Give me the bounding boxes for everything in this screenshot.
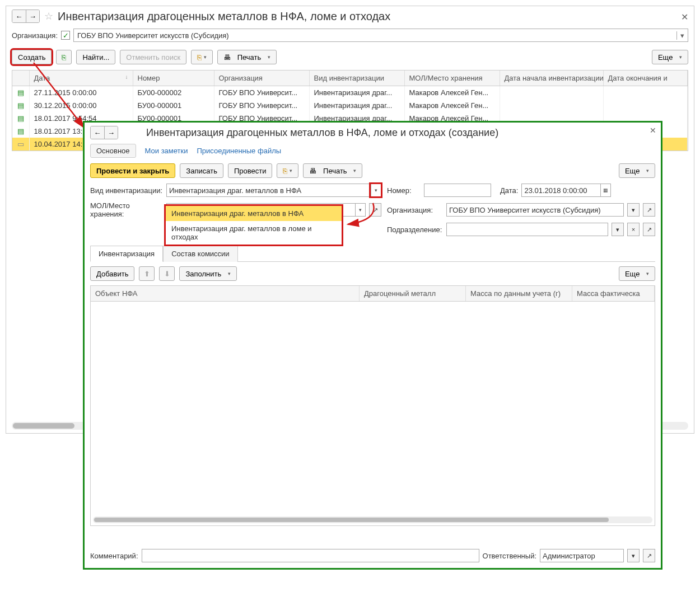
type-label: Вид инвентаризации: [90, 186, 163, 195]
grid-h-scrollbar[interactable] [93, 516, 652, 523]
mol-label: МОЛ/Место хранения: [90, 201, 163, 218]
number-label: Номер: [387, 186, 421, 195]
inner-forward-button[interactable]: → [104, 126, 118, 139]
close-icon[interactable]: ✕ [681, 12, 688, 22]
move-up-button: ⬆ [139, 266, 155, 281]
table-row[interactable]: ▤27.11.2015 0:00:00БУ00-000002ГОБУ ВПО У… [12, 86, 688, 100]
forward-button[interactable]: → [26, 10, 39, 22]
create-button[interactable]: Создать [12, 50, 52, 64]
col-mol[interactable]: МОЛ/Место хранения [404, 71, 500, 86]
responsible-input[interactable]: Администратор [540, 549, 624, 562]
table-row[interactable]: ▤30.12.2015 0:00:00БУ00-000001ГОБУ ВПО У… [12, 99, 688, 112]
tab-commission[interactable]: Состав комиссии [163, 246, 237, 262]
subtab-files[interactable]: Присоединенные файлы [197, 147, 282, 155]
inner-title: Инвентаризация драгоценных металлов в НФ… [146, 127, 498, 139]
col-start[interactable]: Дата начала инвентаризации [500, 71, 603, 86]
col-object[interactable]: Объект НФА [91, 286, 360, 301]
dept-dropdown-button[interactable]: ▾ [612, 223, 624, 236]
tab-inventory[interactable]: Инвентаризация [90, 246, 163, 262]
row-status-icon: ▤ [12, 112, 29, 125]
number-input[interactable] [424, 184, 491, 197]
inner-nav: ← → [90, 126, 118, 139]
add-row-button[interactable]: Добавить [90, 266, 134, 281]
row-status-icon: ▭ [12, 138, 29, 151]
more-button[interactable]: Еще ▾ [652, 50, 688, 64]
org-filter-select[interactable]: ГОБУ ВПО Университет искусств (Субсидия)… [73, 29, 688, 42]
find-button[interactable]: Найти... [76, 50, 115, 64]
col-type[interactable]: Вид инвентаризации [309, 71, 404, 86]
dept-clear-button[interactable]: × [627, 223, 640, 236]
move-down-button: ⬇ [159, 266, 175, 281]
date-label: Дата: [500, 186, 518, 195]
comment-input[interactable] [142, 549, 479, 562]
col-number[interactable]: Номер [133, 71, 214, 86]
col-mass-fact[interactable]: Масса фактическа [572, 286, 655, 301]
type-input[interactable]: Инвентаризация драг. металлов в НФА ▾ [166, 184, 381, 197]
chevron-down-icon: ▾ [676, 31, 684, 40]
col-date[interactable]: Дата↓ [29, 71, 133, 86]
mol-open-button[interactable]: ↗ [369, 203, 381, 217]
copy-button[interactable]: ⎘ [56, 50, 72, 64]
save-button[interactable]: Записать [180, 163, 223, 178]
inner-action-dropdown[interactable]: ⎘▾ [277, 163, 298, 178]
fill-button[interactable]: Заполнить ▾ [179, 266, 236, 281]
type-dropdown-button[interactable]: ▾ [371, 184, 381, 196]
org-dropdown-button[interactable]: ▾ [627, 203, 640, 217]
row-status-icon: ▤ [12, 125, 29, 138]
col-metal[interactable]: Драгоценный металл [360, 286, 466, 301]
action-icon: ⎘ [197, 53, 202, 62]
calendar-icon[interactable]: ▦ [600, 184, 610, 196]
org-label: Организация: [387, 206, 443, 214]
type-value: Инвентаризация драг. металлов в НФА [169, 186, 371, 195]
inner-close-icon[interactable]: ✕ [650, 126, 656, 135]
dept-label: Подразделение: [387, 225, 443, 234]
subtab-notes[interactable]: Мои заметки [145, 147, 188, 155]
inner-print-button[interactable]: 🖶 Печать ▾ [303, 163, 362, 178]
action-dropdown-button[interactable]: ⎘▾ [191, 50, 213, 64]
mol-dropdown-button[interactable]: ▾ [355, 204, 365, 216]
org-filter-label: Организация: [12, 31, 58, 40]
star-icon[interactable]: ☆ [44, 10, 53, 22]
inner-more-button[interactable]: Еще ▾ [619, 163, 655, 178]
responsible-label: Ответственный: [483, 552, 536, 560]
action-icon: ⎘ [283, 167, 287, 175]
print-button[interactable]: 🖶 Печать ▾ [217, 50, 277, 64]
date-input[interactable]: 23.01.2018 0:00:00 ▦ [521, 184, 611, 197]
resp-dropdown-button[interactable]: ▾ [627, 549, 640, 562]
type-dropdown-popup: Инвентаризация драг. металлов в НФА Инве… [164, 204, 343, 246]
post-button[interactable]: Провести [228, 163, 273, 178]
col-end[interactable]: Дата окончания и [603, 71, 688, 86]
grid-header-row: Дата↓ Номер Организация Вид инвентаризац… [12, 71, 688, 86]
resp-open-button[interactable]: ↗ [643, 549, 655, 562]
col-mass-book[interactable]: Масса по данным учета (г) [466, 286, 572, 301]
create-window: ← → Инвентаризация драгоценных металлов … [83, 121, 662, 570]
type-option-lom[interactable]: Инвентаризация драг. металлов в ломе и о… [166, 221, 342, 245]
sec-more-button[interactable]: Еще ▾ [619, 266, 655, 281]
org-input[interactable]: ГОБУ ВПО Университет искусств (Субсидия) [446, 203, 624, 217]
copy-icon: ⎘ [62, 53, 66, 62]
dept-open-button[interactable]: ↗ [643, 223, 655, 236]
row-status-icon: ▤ [12, 86, 29, 100]
nav-back-forward: ← → [12, 10, 40, 23]
inner-back-button[interactable]: ← [91, 126, 104, 139]
inventory-grid: Объект НФА Драгоценный металл Масса по д… [90, 285, 655, 526]
cancel-search-button: Отменить поиск [120, 50, 186, 64]
post-close-button[interactable]: Провести и закрыть [90, 163, 175, 178]
col-org[interactable]: Организация [214, 71, 309, 86]
org-filter-checkbox[interactable]: ✓ [61, 31, 70, 40]
page-title: Инвентаризация драгоценных металлов в НФ… [58, 10, 390, 23]
dept-input[interactable] [446, 223, 608, 236]
row-status-icon: ▤ [12, 99, 29, 112]
org-open-button[interactable]: ↗ [643, 203, 655, 217]
subtab-main[interactable]: Основное [90, 144, 136, 158]
printer-icon: 🖶 [223, 53, 231, 62]
comment-label: Комментарий: [90, 552, 138, 560]
type-option-nfa[interactable]: Инвентаризация драг. металлов в НФА [166, 206, 342, 221]
org-filter-value: ГОБУ ВПО Университет искусств (Субсидия) [77, 31, 229, 40]
printer-icon: 🖶 [309, 167, 316, 175]
back-button[interactable]: ← [12, 10, 26, 22]
